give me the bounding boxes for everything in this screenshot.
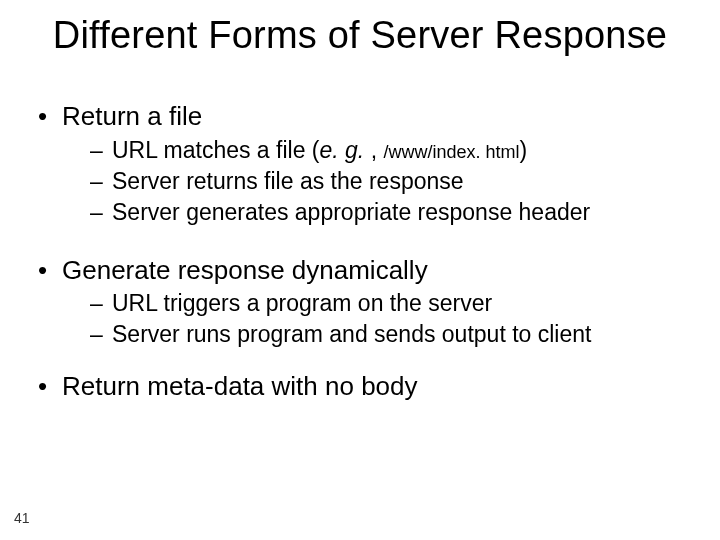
slide-number: 41 [14, 510, 30, 526]
sub-text-em: e. g. [320, 137, 371, 163]
sub-text: Server returns file as the response [112, 168, 464, 194]
bullet-meta-data: Return meta-data with no body [36, 370, 686, 403]
sub-text-path: /www/index. html [383, 142, 519, 162]
bullet-return-file: Return a file URL matches a file (e. g. … [36, 100, 686, 228]
slide-body: Return a file URL matches a file (e. g. … [36, 100, 686, 407]
sub-item: Server returns file as the response [90, 166, 686, 197]
sub-item: URL triggers a program on the server [90, 288, 686, 319]
sub-item: Server generates appropriate response he… [90, 197, 686, 228]
sub-list: URL matches a file (e. g. , /www/index. … [62, 135, 686, 228]
bullet-generate-dynamic: Generate response dynamically URL trigge… [36, 254, 686, 351]
bullet-text: Return meta-data with no body [62, 371, 418, 401]
slide: Different Forms of Server Response Retur… [0, 0, 720, 540]
sub-text: , [371, 137, 384, 163]
sub-text: Server generates appropriate response he… [112, 199, 590, 225]
bullet-text: Generate response dynamically [62, 255, 428, 285]
sub-item: URL matches a file (e. g. , /www/index. … [90, 135, 686, 166]
sub-item: Server runs program and sends output to … [90, 319, 686, 350]
slide-title: Different Forms of Server Response [0, 14, 720, 58]
sub-list: URL triggers a program on the server Ser… [62, 288, 686, 350]
bullet-text: Return a file [62, 101, 202, 131]
sub-text: ) [519, 137, 527, 163]
bullet-list: Return a file URL matches a file (e. g. … [36, 100, 686, 403]
sub-text: URL triggers a program on the server [112, 290, 492, 316]
sub-text: URL matches a file ( [112, 137, 320, 163]
sub-text: Server runs program and sends output to … [112, 321, 591, 347]
